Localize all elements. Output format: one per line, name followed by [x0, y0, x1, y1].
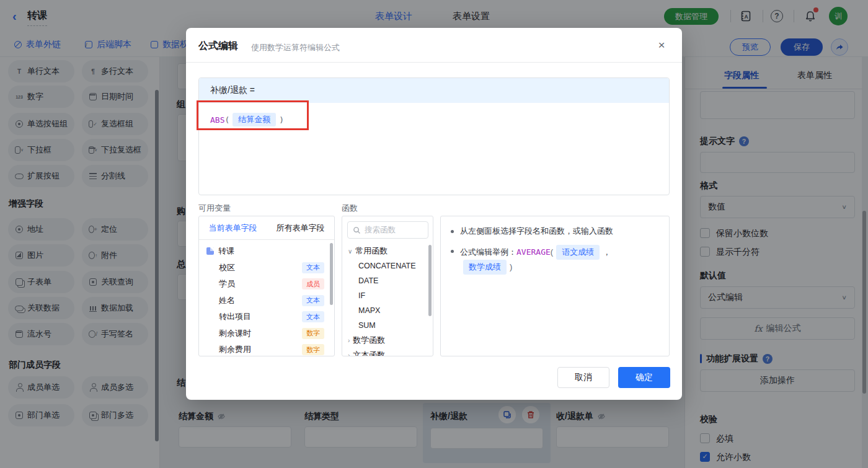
function-item[interactable]: CONCATENATE — [342, 258, 433, 273]
annotation-highlight — [197, 100, 309, 130]
help-line-2: 公式编辑举例： AVERAGE ( 语文成绩 ， 数学成绩 ) — [441, 241, 669, 278]
chevron-down-icon: ∨ — [348, 248, 352, 255]
close-icon[interactable]: × — [655, 38, 668, 52]
variable-row[interactable]: 剩余课时数字 — [199, 325, 334, 342]
modal-subtitle: 使用数学运算符编辑公式 — [251, 42, 340, 53]
variables-title: 可用变量 — [198, 203, 231, 214]
app-window: ‹ 转课 表单设计 表单设置 数据管理 A ? 训 表单外链 后端脚本 数据权限… — [0, 0, 868, 468]
example-function-name: AVERAGE — [516, 246, 551, 258]
type-badge: 数字 — [302, 328, 324, 339]
functions-title: 函数 — [342, 203, 358, 214]
cancel-button[interactable]: 取消 — [557, 367, 609, 388]
function-item[interactable]: IF — [342, 288, 433, 303]
variable-row[interactable]: 转出项目文本 — [199, 309, 334, 325]
variable-row[interactable]: 剩余费用数字 — [199, 342, 334, 356]
modal-title: 公式编辑 — [198, 40, 238, 53]
example-field-chip: 语文成绩 — [556, 245, 600, 260]
paren-close: ) — [510, 261, 512, 273]
variable-row[interactable]: 姓名文本 — [199, 293, 334, 309]
function-group-math[interactable]: ›数学函数 — [342, 333, 433, 348]
example-field-chip: 数学成绩 — [463, 260, 507, 275]
confirm-button[interactable]: 确定 — [618, 367, 670, 388]
type-badge: 文本 — [302, 295, 324, 306]
chevron-right-icon: › — [348, 337, 350, 344]
function-search-input[interactable]: 搜索函数 — [347, 221, 428, 239]
paren-open: ( — [551, 246, 553, 258]
variables-scrollbar[interactable] — [330, 243, 333, 305]
comma: ， — [603, 246, 611, 258]
chevron-right-icon: › — [348, 352, 350, 357]
function-item[interactable]: MAPX — [342, 303, 433, 318]
variables-panel: 当前表单字段 所有表单字段 转课 校区文本 学员成员 姓名文本 转出项目文本 剩… — [198, 216, 335, 356]
functions-panel: 搜索函数 ∨常用函数 CONCATENATE DATE IF MAPX SUM … — [342, 216, 433, 356]
form-doc-icon — [206, 247, 214, 255]
functions-scrollbar[interactable] — [428, 245, 432, 316]
tab-all-form-fields[interactable]: 所有表单字段 — [267, 216, 334, 239]
variable-row[interactable]: 学员成员 — [199, 276, 334, 293]
function-item[interactable]: SUM — [342, 318, 433, 333]
bullet-icon — [451, 230, 454, 233]
function-item[interactable]: DATE — [342, 273, 433, 288]
variable-row[interactable]: 校区文本 — [199, 260, 334, 276]
search-icon — [353, 226, 361, 234]
type-badge: 文本 — [302, 311, 324, 322]
formula-editor-modal: 公式编辑 使用数学运算符编辑公式 × 补缴/退款 = ABS(结算金额) 可用变… — [186, 28, 682, 400]
divider — [186, 62, 682, 63]
type-badge: 成员 — [302, 278, 324, 289]
help-line-1: 从左侧面板选择字段名和函数，或输入函数 — [441, 221, 669, 241]
bullet-icon — [451, 250, 454, 253]
variables-tabs: 当前表单字段 所有表单字段 — [199, 216, 334, 240]
type-badge: 文本 — [302, 262, 324, 273]
function-group-common[interactable]: ∨常用函数 — [342, 244, 433, 258]
function-group-text[interactable]: ›文本函数 — [342, 348, 433, 356]
form-node[interactable]: 转课 — [199, 243, 334, 260]
type-badge: 数字 — [302, 344, 324, 355]
help-panel: 从左侧面板选择字段名和函数，或输入函数 公式编辑举例： AVERAGE ( 语文… — [440, 216, 670, 356]
tab-current-form-fields[interactable]: 当前表单字段 — [199, 216, 267, 239]
formula-editor[interactable]: 补缴/退款 = ABS(结算金额) — [198, 77, 670, 195]
search-placeholder: 搜索函数 — [365, 225, 396, 236]
formula-target: 补缴/退款 = — [199, 78, 669, 103]
